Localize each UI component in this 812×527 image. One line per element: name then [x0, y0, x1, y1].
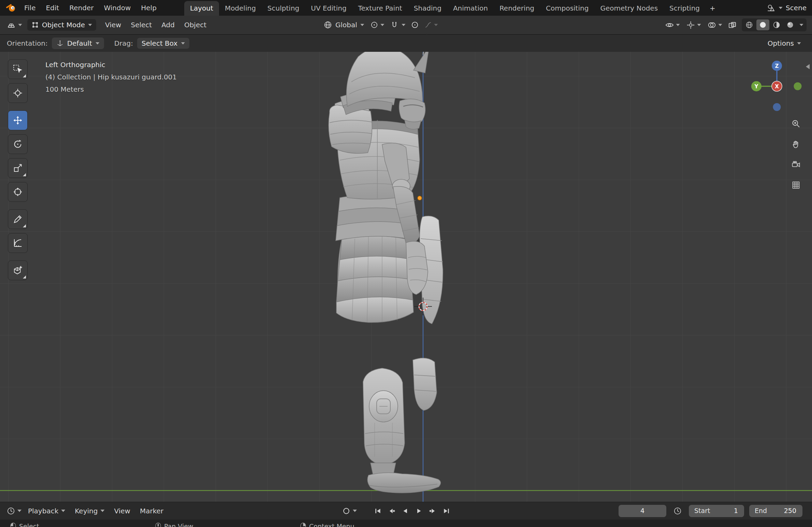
- current-frame-field[interactable]: 4: [619, 505, 666, 517]
- preview-range-clock-icon[interactable]: [673, 507, 682, 515]
- chevron-down-icon: [434, 24, 438, 26]
- mouse-middle-icon: [155, 523, 161, 527]
- tool-annotate[interactable]: [8, 210, 27, 229]
- mode-dropdown[interactable]: Object Mode: [27, 19, 96, 31]
- gizmo-x-label: X: [775, 84, 779, 90]
- workspace-tab-geometry-nodes[interactable]: Geometry Nodes: [594, 1, 664, 16]
- add-workspace-button[interactable]: +: [706, 1, 720, 16]
- select-hint: Select: [10, 523, 39, 527]
- tool-cursor[interactable]: [8, 84, 27, 103]
- options-dropdown[interactable]: Options: [768, 40, 805, 47]
- pivot-point-dropdown[interactable]: [369, 19, 385, 30]
- snap-settings-dropdown[interactable]: [402, 24, 406, 26]
- scene-name[interactable]: Scene: [786, 4, 807, 11]
- gizmo-z-label: Z: [775, 63, 779, 69]
- timeline-bar: Playback Keying View Marker: [0, 502, 812, 520]
- menu-help[interactable]: Help: [136, 4, 162, 11]
- drag-label: Drag:: [114, 40, 133, 47]
- rendered-shading-icon: [786, 21, 794, 29]
- workspace-tab-shading[interactable]: Shading: [408, 1, 447, 16]
- scale-icon: [13, 163, 23, 173]
- workspace-tab-texture-paint[interactable]: Texture Paint: [352, 1, 408, 16]
- workspace-tab-rendering[interactable]: Rendering: [494, 1, 540, 16]
- timeline-view-menu[interactable]: View: [109, 508, 135, 514]
- tool-transform[interactable]: [8, 182, 27, 201]
- menu-view[interactable]: View: [100, 21, 126, 28]
- transform-orientation-dropdown[interactable]: Global: [323, 19, 365, 30]
- menu-select[interactable]: Select: [126, 21, 157, 28]
- jump-to-end-button[interactable]: [440, 505, 452, 517]
- play-reverse-button[interactable]: [400, 505, 411, 517]
- shading-dropdown[interactable]: [799, 24, 803, 26]
- menu-file[interactable]: File: [19, 4, 41, 11]
- workspace-tab-layout[interactable]: Layout: [184, 1, 219, 16]
- visibility-dropdown[interactable]: [664, 19, 681, 31]
- pan-view-hint: Pan View: [155, 523, 193, 527]
- workspace-tab-modeling[interactable]: Modeling: [219, 1, 262, 16]
- playback-controls: [372, 502, 452, 520]
- camera-view-button[interactable]: [790, 159, 802, 170]
- shading-wireframe-button[interactable]: [743, 19, 756, 30]
- chevron-down-icon: [779, 7, 783, 9]
- jump-to-start-button[interactable]: [372, 505, 384, 517]
- shading-rendered-button[interactable]: [784, 19, 797, 30]
- keying-menu[interactable]: Keying: [70, 508, 109, 514]
- menu-edit[interactable]: Edit: [41, 4, 64, 11]
- pan-view-button[interactable]: [790, 139, 802, 150]
- tool-tweak-select[interactable]: [8, 60, 27, 79]
- mode-dropdown-label: Object Mode: [42, 21, 85, 28]
- play-reverse-icon: [402, 507, 409, 515]
- menu-add[interactable]: Add: [157, 21, 179, 28]
- workspace-tab-compositing[interactable]: Compositing: [540, 1, 594, 16]
- frame-start-field[interactable]: Start 1: [689, 505, 744, 517]
- xray-icon[interactable]: [728, 20, 737, 30]
- tool-scale[interactable]: [8, 159, 27, 178]
- frame-end-field[interactable]: End 250: [749, 505, 802, 517]
- view-name-label: Left Orthographic: [45, 59, 177, 71]
- status-bar: Select Pan View Context Menu: [0, 520, 812, 527]
- proportional-editing-icon[interactable]: [410, 20, 419, 29]
- prev-keyframe-button[interactable]: [386, 505, 397, 517]
- tool-measure[interactable]: [8, 234, 27, 253]
- proportional-falloff-dropdown[interactable]: [423, 20, 439, 30]
- gizmo-axis-z-negative[interactable]: [773, 103, 781, 111]
- auto-key-icon[interactable]: [342, 507, 350, 515]
- overlays-dropdown[interactable]: [707, 19, 723, 31]
- tool-add-cube[interactable]: [8, 261, 27, 280]
- menu-window[interactable]: Window: [99, 4, 136, 11]
- auto-key-dropdown[interactable]: [353, 510, 357, 512]
- 3d-viewport[interactable]: [0, 52, 812, 502]
- blender-logo-icon[interactable]: [5, 3, 17, 13]
- drag-mode-dropdown[interactable]: Select Box: [137, 38, 189, 49]
- scene-selector[interactable]: Scene: [767, 3, 807, 12]
- orientation-label: Orientation:: [7, 40, 48, 47]
- tool-move[interactable]: [8, 111, 27, 130]
- toggle-ortho-button[interactable]: [790, 179, 802, 191]
- workspace-tab-animation[interactable]: Animation: [447, 1, 494, 16]
- navigation-gizmo[interactable]: Z Y X: [750, 59, 804, 114]
- tool-orientation-dropdown[interactable]: Default: [52, 37, 104, 49]
- magnet-icon[interactable]: [390, 20, 399, 29]
- play-button[interactable]: [413, 505, 425, 517]
- shading-solid-button[interactable]: [756, 19, 769, 30]
- next-keyframe-button[interactable]: [427, 505, 438, 517]
- zoom-button[interactable]: [790, 118, 802, 130]
- timeline-editor-type-button[interactable]: [5, 505, 23, 517]
- rotate-icon: [13, 139, 23, 149]
- workspace-tab-scripting[interactable]: Scripting: [664, 1, 706, 16]
- cursor-icon: [13, 88, 23, 98]
- grid-icon: [791, 180, 801, 190]
- menu-render[interactable]: Render: [64, 4, 99, 11]
- add-cube-icon: [13, 265, 23, 275]
- workspace-tab-sculpting[interactable]: Sculpting: [262, 1, 305, 16]
- workspace-tab-uv-editing[interactable]: UV Editing: [305, 1, 352, 16]
- timeline-marker-menu[interactable]: Marker: [135, 508, 168, 514]
- gizmo-axis-y-negative[interactable]: [794, 82, 802, 90]
- menu-object[interactable]: Object: [179, 21, 211, 28]
- hand-icon: [791, 140, 801, 149]
- editor-type-button[interactable]: [5, 19, 24, 31]
- gizmos-dropdown[interactable]: [685, 19, 702, 31]
- shading-material-button[interactable]: [770, 19, 783, 30]
- tool-rotate[interactable]: [8, 135, 27, 154]
- playback-menu[interactable]: Playback: [23, 508, 70, 514]
